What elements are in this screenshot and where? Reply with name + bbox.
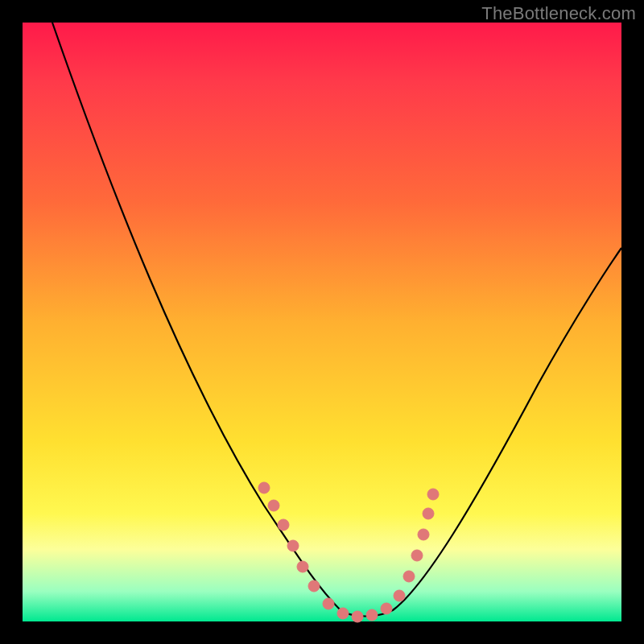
svg-point-15 — [423, 508, 434, 519]
svg-point-8 — [352, 611, 363, 622]
watermark-text: TheBottleneck.com — [481, 3, 636, 24]
plot-area — [23, 23, 621, 621]
svg-point-14 — [418, 529, 429, 540]
svg-point-3 — [287, 540, 299, 551]
bottleneck-curve — [52, 23, 621, 617]
svg-point-2 — [278, 519, 289, 530]
svg-point-16 — [427, 489, 439, 500]
svg-point-5 — [308, 580, 320, 592]
svg-point-10 — [381, 603, 392, 614]
svg-point-4 — [297, 561, 308, 572]
curve-layer — [23, 23, 621, 621]
marker-group — [258, 482, 439, 622]
svg-point-12 — [403, 571, 415, 582]
chart-frame: TheBottleneck.com — [0, 0, 644, 644]
svg-point-11 — [394, 590, 405, 601]
svg-point-7 — [337, 608, 349, 619]
svg-point-0 — [258, 482, 270, 493]
svg-point-9 — [366, 609, 378, 621]
svg-point-13 — [411, 550, 423, 561]
svg-point-1 — [268, 500, 279, 511]
svg-point-6 — [323, 598, 334, 609]
